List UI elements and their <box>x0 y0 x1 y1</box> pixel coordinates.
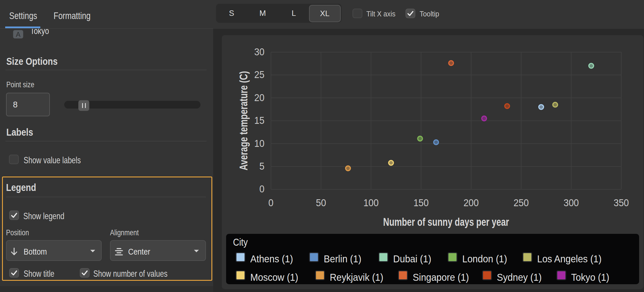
show-value-labels-label: Show value labels <box>24 156 98 165</box>
tilt-x-axis-label: Tilt X axis <box>366 10 397 18</box>
scatter-point-los-angeles[interactable] <box>553 102 557 107</box>
y-tick-label: 15 <box>254 115 264 126</box>
x-tick-label: 0 <box>268 197 274 208</box>
point-size-slider-handle[interactable] <box>78 100 89 111</box>
tab-formatting[interactable]: Formatting <box>54 11 101 20</box>
legend-swatch-tokyo[interactable] <box>556 270 566 280</box>
legend-label-singapore: Singapore (1) <box>413 272 474 282</box>
alignment-label: Alignment <box>110 229 145 237</box>
position-label: Position <box>6 229 34 237</box>
position-value: Bottom <box>24 248 50 256</box>
show-value-labels-checkbox[interactable] <box>9 155 19 164</box>
size-options-divider <box>5 70 207 70</box>
legend-label-moscow: Moscow (1) <box>250 272 302 282</box>
show-number-of-values-checkbox[interactable] <box>80 268 90 278</box>
legend-swatch-dubai[interactable] <box>378 252 388 262</box>
caret-triangle <box>193 249 200 253</box>
position-dropdown[interactable]: Bottom <box>6 240 102 261</box>
legend-label-tokyo: Tokyo (1) <box>571 272 613 282</box>
scatter-point-dubai[interactable] <box>589 63 594 68</box>
slider-grip-line <box>85 103 86 108</box>
x-tick-label: 50 <box>316 197 326 208</box>
scatter-point-berlin[interactable] <box>434 140 438 145</box>
y-axis-title: Average temperature (C) <box>238 71 250 170</box>
legend-label-athens: Athens (1) <box>250 254 297 264</box>
labels-heading: Labels <box>6 127 38 137</box>
alignment-dropdown[interactable]: Center <box>110 240 206 261</box>
legend-swatch-london[interactable] <box>448 252 457 262</box>
series-row-label: Tokyo <box>30 29 54 35</box>
show-title-label: Show title <box>24 269 64 278</box>
scatter-point-moscow[interactable] <box>389 160 393 165</box>
chart-card: 050100150200250300350051015202530Number … <box>222 35 643 289</box>
chart-size-l-button[interactable]: L <box>278 4 309 23</box>
align-center-icon <box>113 247 124 259</box>
settings-scroll-area[interactable]: A Tokyo Size Options Point size 8 Labels… <box>0 29 213 286</box>
legend-swatch-berlin[interactable] <box>309 252 319 262</box>
string-field-icon: A <box>13 30 23 40</box>
panel-tabs: Settings Formatting <box>0 0 213 29</box>
chart-size-s-button[interactable]: S <box>216 4 247 23</box>
show-legend-checkbox[interactable] <box>9 211 19 220</box>
check-icon <box>80 268 90 278</box>
legend-swatch-los-angeles[interactable] <box>522 252 532 262</box>
scatter-point-london[interactable] <box>418 136 422 141</box>
show-title-checkbox[interactable] <box>9 268 19 278</box>
svg-text:A: A <box>16 31 20 38</box>
scatter-point-athens[interactable] <box>539 105 543 109</box>
labels-divider <box>5 141 207 141</box>
y-tick-label: 0 <box>260 183 265 194</box>
legend-label-dubai: Dubai (1) <box>393 254 435 264</box>
show-legend-label: Show legend <box>23 211 77 221</box>
y-tick-label: 25 <box>254 69 264 80</box>
chart-size-xl-button[interactable]: XL <box>309 5 341 22</box>
check-icon <box>9 211 19 220</box>
show-number-of-values-label: Show number of values <box>93 269 190 278</box>
x-tick-label: 200 <box>463 197 479 208</box>
tooltip-label: Tooltip <box>420 10 440 18</box>
size-options-heading: Size Options <box>6 56 67 66</box>
legend-label-reykjavik: Reykjavik (1) <box>330 272 388 282</box>
x-tick-label: 150 <box>413 197 429 208</box>
x-tick-label: 100 <box>363 197 379 208</box>
chart-size-m-button[interactable]: M <box>247 4 278 23</box>
legend-swatch-sydney[interactable] <box>482 270 492 280</box>
chevron-down-icon <box>193 249 200 254</box>
legend-swatch-moscow[interactable] <box>236 270 245 280</box>
tilt-x-axis-checkbox[interactable] <box>353 9 362 18</box>
point-size-input[interactable]: 8 <box>6 93 50 116</box>
y-tick-label: 20 <box>254 92 264 103</box>
x-tick-label: 250 <box>514 197 529 208</box>
check-icon <box>9 268 19 278</box>
y-tick-label: 5 <box>260 160 265 172</box>
y-tick-label: 10 <box>254 138 264 149</box>
string-field-icon-svg: A <box>13 30 23 39</box>
scatter-point-reykjavik[interactable] <box>346 166 350 170</box>
legend-heading: Legend <box>6 182 42 192</box>
legend-label-berlin: Berlin (1) <box>324 254 365 264</box>
chart-size-segmented-control: SMLXL <box>216 4 342 23</box>
scatter-point-singapore[interactable] <box>449 61 453 65</box>
check-icon <box>406 9 415 18</box>
x-tick-label: 300 <box>564 197 579 208</box>
legend-swatch-singapore[interactable] <box>398 270 408 280</box>
arrow-down-icon <box>9 246 20 258</box>
x-tick-label: 350 <box>613 197 629 208</box>
settings-panel: Settings Formatting A Tokyo Size Options… <box>0 0 213 292</box>
chevron-down-icon <box>90 249 96 254</box>
legend-label-london: London (1) <box>462 254 511 264</box>
legend-swatch-reykjavik[interactable] <box>315 270 325 280</box>
alignment-value: Center <box>128 248 153 256</box>
slider-grip-line <box>82 103 83 108</box>
legend-label-los-angeles: Los Angeles (1) <box>537 254 607 264</box>
tab-settings[interactable]: Settings <box>9 11 45 20</box>
legend-swatch-athens[interactable] <box>236 252 245 262</box>
legend-label-sydney: Sydney (1) <box>497 272 545 282</box>
tooltip-checkbox[interactable] <box>406 9 415 18</box>
legend-divider <box>6 197 206 197</box>
scatter-point-tokyo[interactable] <box>482 116 486 121</box>
scatter-point-sydney[interactable] <box>505 104 509 108</box>
active-tab-underline <box>5 26 40 28</box>
panel-bottom-strip <box>0 286 213 292</box>
legend-title: City <box>233 237 250 247</box>
